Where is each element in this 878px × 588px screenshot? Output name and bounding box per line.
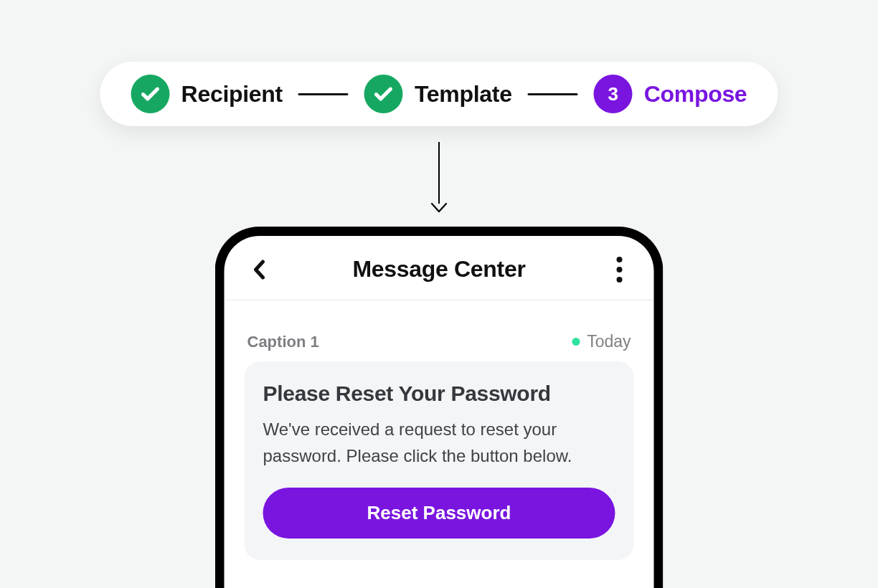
phone-preview: Message Center Caption 1 Today Please Re… — [215, 227, 664, 588]
kebab-icon — [617, 257, 623, 283]
step-number-badge: 3 — [594, 75, 633, 113]
chevron-left-icon — [252, 260, 265, 280]
step-number: 3 — [608, 83, 618, 105]
message-meta: Caption 1 Today — [245, 332, 634, 361]
step-recipient[interactable]: Recipient — [131, 75, 283, 113]
back-button[interactable] — [245, 260, 273, 280]
check-icon — [364, 75, 403, 113]
appbar: Message Center — [225, 250, 654, 300]
stepper-bar: Recipient Template 3 Compose — [100, 62, 778, 126]
message-title: Please Reset Your Password — [263, 381, 615, 406]
step-label: Recipient — [181, 81, 283, 108]
arrow-down-icon — [430, 142, 448, 214]
step-connector — [298, 93, 349, 95]
check-icon — [131, 75, 170, 113]
step-template[interactable]: Template — [364, 75, 512, 113]
step-label: Template — [415, 81, 512, 108]
more-button[interactable] — [605, 257, 634, 283]
message-date-wrap: Today — [572, 332, 631, 351]
step-compose[interactable]: 3 Compose — [594, 75, 747, 113]
appbar-title: Message Center — [352, 256, 525, 283]
reset-password-button[interactable]: Reset Password — [263, 488, 615, 539]
step-label: Compose — [644, 81, 747, 108]
message-content: Caption 1 Today Please Reset Your Passwo… — [225, 300, 654, 560]
message-caption: Caption 1 — [247, 333, 319, 351]
step-connector — [528, 93, 578, 95]
message-body: We've received a request to reset your p… — [263, 416, 615, 469]
message-date: Today — [587, 332, 631, 351]
status-dot-icon — [572, 338, 580, 346]
message-card: Please Reset Your Password We've receive… — [245, 361, 634, 560]
